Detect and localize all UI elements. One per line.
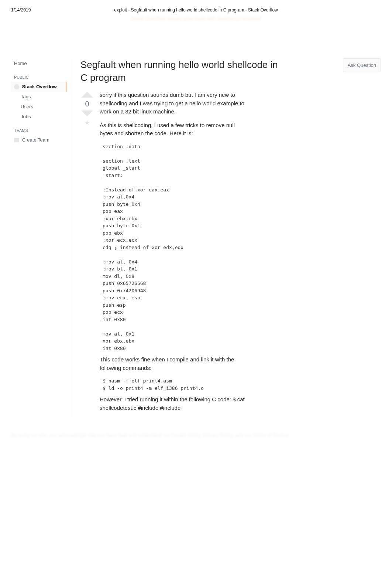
page-layout: Home PUBLIC Stack Overflow Tags Users Jo… xyxy=(0,21,392,428)
favorite-star-icon[interactable]: ★ xyxy=(80,119,94,127)
sidebar-item-home[interactable]: Home xyxy=(11,58,67,68)
post-paragraph: This code works fine when I compile and … xyxy=(100,355,247,372)
print-date: 1/14/2019 xyxy=(11,7,31,13)
print-title: exploit - Segfault when running hello wo… xyxy=(114,7,278,13)
question-title: Segfault when running hello world shellc… xyxy=(80,58,280,84)
main-content: Segfault when running hello world shellc… xyxy=(72,58,381,417)
announcement-bar: Stack Overflow values your trust with Ja… xyxy=(0,16,392,21)
sidebar-item-stack-overflow[interactable]: Stack Overflow xyxy=(11,82,67,92)
ask-question-button[interactable]: Ask Question xyxy=(343,58,381,72)
sidebar-item-label: Create Team xyxy=(22,137,49,143)
sidebar-section-teams: TEAMS xyxy=(11,122,67,135)
sidebar-item-users[interactable]: Users xyxy=(11,102,67,112)
vote-score: 0 xyxy=(80,100,94,108)
code-block: section .data section .text global _star… xyxy=(103,143,247,352)
post-paragraph: However, I tried running it within the f… xyxy=(100,395,247,412)
sidebar-item-jobs[interactable]: Jobs xyxy=(11,112,67,122)
vote-column: 0 ★ xyxy=(80,91,94,417)
question-header: Segfault when running hello world shellc… xyxy=(80,58,381,84)
sidebar-section-public: PUBLIC xyxy=(11,68,67,82)
globe-icon xyxy=(14,84,19,89)
sidebar-item-create-team[interactable]: Create Team xyxy=(11,135,67,145)
downvote-icon[interactable] xyxy=(81,110,93,116)
code-block: $ nasm -f elf print4.asm $ ld -o print4 … xyxy=(103,377,247,392)
upvote-icon[interactable] xyxy=(81,92,93,98)
post-paragraph: As this is shellcoding, I used a few tri… xyxy=(100,121,247,138)
sidebar-item-tags[interactable]: Tags xyxy=(11,92,67,102)
briefcase-icon xyxy=(14,138,19,142)
cookie-banner: By using our site, you acknowledge that … xyxy=(0,432,392,439)
post-body: sorry if this question sounds dumb but I… xyxy=(100,91,247,417)
post-paragraph: sorry if this question sounds dumb but I… xyxy=(100,91,247,116)
print-header: 1/14/2019 exploit - Segfault when runnin… xyxy=(0,0,392,13)
left-sidebar: Home PUBLIC Stack Overflow Tags Users Jo… xyxy=(11,58,72,417)
question-post: 0 ★ sorry if this question sounds dumb b… xyxy=(80,91,381,417)
sidebar-item-label: Stack Overflow xyxy=(22,84,57,89)
